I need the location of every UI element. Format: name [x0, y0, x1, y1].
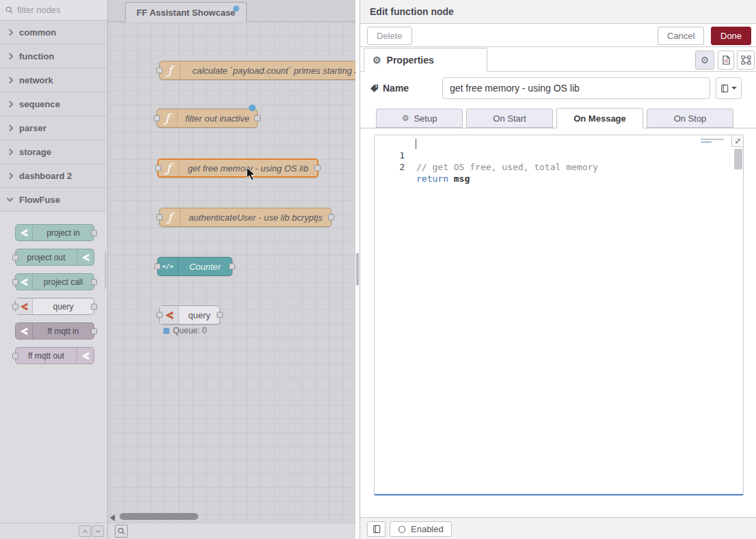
expand-editor-button[interactable]: [731, 135, 743, 147]
palette-search-placeholder: filter nodes: [17, 5, 61, 15]
flow-canvas[interactable]: ƒ calculate `payload.count` primes start…: [108, 22, 355, 523]
scroll-left-arrow[interactable]: [110, 514, 115, 521]
function-icon: ƒ: [157, 109, 178, 127]
collapse-all-button[interactable]: [79, 525, 91, 537]
output-port[interactable]: [217, 312, 223, 318]
properties-icon-button[interactable]: ⚙: [695, 51, 714, 70]
node-get-free-memory[interactable]: ƒ get free memory - using OS lib: [157, 158, 319, 178]
palette-category-common[interactable]: common: [0, 20, 107, 44]
tab-on-start[interactable]: On Start: [466, 109, 553, 128]
palette-category-storage[interactable]: storage: [0, 140, 107, 164]
input-port[interactable]: [12, 353, 18, 359]
node-name-input[interactable]: [442, 77, 710, 99]
input-port[interactable]: [12, 254, 18, 260]
template-icon: </>: [158, 258, 178, 275]
delete-button[interactable]: Delete: [367, 27, 412, 45]
tab-properties[interactable]: ⚙ Properties: [364, 48, 487, 72]
node-red-app: filter nodes common function network seq…: [0, 0, 756, 539]
input-port[interactable]: [157, 312, 163, 318]
library-button[interactable]: [716, 77, 742, 99]
magnifier-icon: [118, 527, 125, 535]
output-port[interactable]: [314, 165, 321, 171]
palette-node-ff-mqtt-in[interactable]: ff mqtt in: [15, 322, 94, 340]
palette-category-function[interactable]: function: [0, 44, 107, 68]
output-port[interactable]: [91, 279, 97, 285]
function-icon: ƒ: [160, 61, 180, 79]
code-editor[interactable]: 1 // get OS free, used, total memory 2 r…: [374, 135, 744, 496]
library-footer-button[interactable]: [367, 521, 386, 537]
node-status: Queue: 0: [163, 326, 206, 335]
palette-node-project-in[interactable]: project in: [15, 224, 94, 241]
node-modified-dot: [249, 105, 256, 111]
function-icon: ƒ: [160, 208, 180, 226]
description-icon-button[interactable]: [718, 51, 734, 70]
palette-category-network[interactable]: network: [0, 68, 107, 92]
book-icon: [373, 525, 381, 534]
status-dot-icon: [163, 328, 170, 334]
editor-minimap: [701, 139, 728, 144]
palette-node-ff-mqtt-out[interactable]: ff mqtt out: [15, 347, 94, 364]
document-icon: [722, 55, 731, 65]
zoom-search-button[interactable]: [115, 525, 128, 538]
output-port[interactable]: [91, 230, 97, 236]
workspace: FF Assistant Showcase ƒ calculate `paylo…: [108, 0, 355, 539]
palette-category-parser[interactable]: parser: [0, 116, 107, 140]
chevron-down-icon: [95, 527, 100, 532]
function-editor-tabs: ⚙ Setup On Start On Message On Stop: [360, 108, 756, 128]
output-port[interactable]: [91, 303, 97, 309]
chevron-right-icon: [7, 124, 14, 131]
horizontal-scrollbar[interactable]: [120, 513, 198, 520]
flow-modified-dot: [233, 5, 239, 12]
chevron-right-icon: [7, 148, 14, 155]
tab-on-stop[interactable]: On Stop: [647, 109, 733, 128]
node-counter[interactable]: </> Counter: [157, 257, 232, 276]
node-calculate-primes[interactable]: ƒ calculate `payload.count` primes start…: [159, 61, 355, 80]
gear-icon: ⚙: [402, 113, 409, 123]
expand-icon: [735, 138, 741, 144]
output-port[interactable]: [254, 115, 260, 122]
enabled-toggle-button[interactable]: Enabled: [390, 521, 452, 537]
palette-category-flowfuse[interactable]: FlowFuse: [0, 188, 107, 212]
output-port[interactable]: [91, 328, 97, 334]
output-port[interactable]: [229, 264, 235, 270]
palette-node-project-out[interactable]: project out: [15, 249, 94, 266]
input-port[interactable]: [154, 115, 160, 122]
input-port[interactable]: [12, 279, 18, 285]
cancel-button[interactable]: Cancel: [658, 27, 704, 45]
editor-focus-line: [375, 494, 743, 495]
editor-scrollbar[interactable]: [734, 149, 742, 169]
tag-icon: [370, 84, 379, 93]
code-keyword: return: [416, 174, 448, 184]
output-port[interactable]: [328, 215, 334, 221]
node-filter-out-inactive[interactable]: ƒ filter out inactive: [157, 109, 258, 128]
done-button[interactable]: Done: [711, 27, 751, 45]
palette-node-query[interactable]: query: [15, 298, 94, 315]
tray-title: Edit function node: [360, 0, 756, 24]
palette-scrollbar[interactable]: [105, 251, 107, 289]
node-authenticate-user[interactable]: ƒ authenticateUser - use lib bcryptjs: [159, 208, 332, 227]
caret-down-icon: [731, 87, 737, 89]
code-line: 2 return msg: [375, 150, 743, 161]
flow-tab-label: FF Assistant Showcase: [137, 8, 236, 18]
input-port[interactable]: [154, 264, 161, 270]
input-port[interactable]: [12, 303, 18, 309]
tray-resize-grip[interactable]: [356, 253, 359, 286]
flow-tab[interactable]: FF Assistant Showcase: [125, 2, 247, 23]
flowfuse-logo-icon: [16, 225, 33, 240]
node-query[interactable]: query: [159, 305, 220, 324]
input-port[interactable]: [157, 215, 163, 221]
function-icon: ƒ: [159, 160, 179, 176]
enabled-label: Enabled: [411, 524, 444, 534]
expand-all-button[interactable]: [92, 525, 104, 537]
input-port[interactable]: [155, 165, 161, 171]
palette-search[interactable]: filter nodes: [0, 0, 107, 20]
palette-category-dashboard2[interactable]: dashboard 2: [0, 164, 107, 188]
input-port[interactable]: [157, 68, 163, 74]
circle-toggle-icon: [398, 525, 406, 534]
tab-setup[interactable]: ⚙ Setup: [376, 109, 463, 128]
code-line: 1 // get OS free, used, total memory: [375, 138, 743, 150]
palette-category-sequence[interactable]: sequence: [0, 92, 107, 116]
tab-on-message[interactable]: On Message: [556, 108, 643, 128]
palette-node-project-call[interactable]: project call: [15, 273, 94, 290]
appearance-icon-button[interactable]: [737, 51, 755, 70]
